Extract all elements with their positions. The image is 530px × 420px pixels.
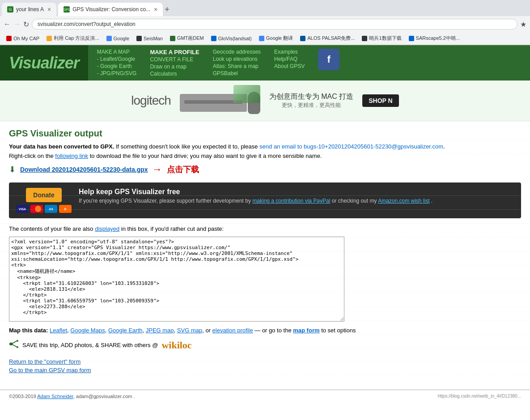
discover-icon: D	[59, 205, 72, 213]
go-main-form-link[interactable]: Go to the main GPSV map form	[9, 367, 521, 373]
back-button[interactable]: ←	[4, 20, 11, 28]
map-google-earth[interactable]: Google Earth	[108, 327, 143, 334]
mastercard-icon	[30, 205, 43, 213]
site-footer: ©2003-2019 Adam Schneider, adam@gpsvisua…	[0, 390, 530, 403]
following-link[interactable]: following link	[55, 153, 88, 159]
download-row: ⬇ Download 20201204205601-52230-data.gpx…	[9, 164, 521, 175]
nav-geocode-title[interactable]: Geocode addresses	[213, 49, 261, 55]
ad-tagline-sub: 更快，更精准，更高性能	[269, 102, 353, 109]
bookmark-favicon-8	[300, 36, 305, 41]
nav-convert-file[interactable]: CONVERT A FILE	[150, 56, 199, 63]
forward-button[interactable]: →	[13, 20, 21, 28]
displayed-link[interactable]: displayed	[95, 225, 119, 232]
donate-text-end: .	[431, 198, 432, 204]
bookmark-translate[interactable]: Google 翻译	[256, 34, 296, 42]
nav-geocode: Geocode addresses Look up elevations Atl…	[213, 49, 261, 76]
tab-inactive[interactable]: G your lines A ×	[2, 3, 56, 16]
bookmark-cap[interactable]: 利用 Cap 方法反演...	[44, 34, 102, 42]
conversion-text: If something doesn't look like you expec…	[116, 143, 258, 150]
bookmark-alos[interactable]: ALOS PALSAR免费...	[297, 34, 357, 42]
red-arrow: →	[153, 164, 162, 175]
wikiloc-row: SAVE this trip, ADD photos, & SHARE with…	[9, 339, 521, 351]
payment-icons: VISA AX D	[16, 205, 72, 213]
xml-textarea[interactable]: <?xml version="1.0" encoding="utf-8" sta…	[9, 237, 344, 322]
donate-left: Donate VISA AX D	[16, 188, 72, 213]
map-jpeg[interactable]: JPEG map	[146, 327, 174, 334]
address-bar-row: ← → ↻ ★	[0, 16, 530, 32]
map-elevation[interactable]: elevation profile	[212, 327, 253, 334]
download-link[interactable]: Download 20201204205601-52230-data.gpx	[20, 166, 148, 173]
donate-text-start: If you're enjoying GPS Visualizer, pleas…	[79, 198, 252, 204]
amex-icon: AX	[45, 205, 57, 213]
ad-logo: logitech	[131, 93, 171, 108]
address-bar-input[interactable]	[32, 19, 517, 30]
bookmark-oh-my-cap[interactable]: Oh My CAP	[4, 35, 42, 42]
visa-icon: VISA	[16, 205, 29, 213]
site-nav: MAKE A MAP - Leaflet/Google - Google Ear…	[88, 45, 530, 81]
tab-close-active[interactable]: ×	[154, 6, 157, 13]
footer-author-link[interactable]: Adam Schneider	[37, 394, 73, 399]
nav-gpsbabel[interactable]: GPSBabel	[213, 70, 261, 76]
paypal-link[interactable]: making a contribution via PayPal	[252, 198, 330, 204]
nav-facebook[interactable]: f	[318, 49, 339, 70]
browser-chrome: G your lines A × GPS GPS Visualizer: Con…	[0, 0, 530, 45]
map-svg[interactable]: SVG map	[177, 327, 202, 334]
svg-point-4	[17, 346, 18, 348]
logo-text: Visualizer	[9, 54, 79, 72]
reload-button[interactable]: ↻	[23, 20, 29, 29]
display-description: The contents of your file are also displ…	[9, 225, 521, 232]
display-text-start: The contents of your file are also	[9, 225, 93, 232]
nav-leaflet[interactable]: - Leaflet/Google	[97, 56, 137, 62]
nav-google-earth[interactable]: - Google Earth	[97, 63, 137, 69]
bookmark-glovis[interactable]: GloVis(landsat)	[208, 35, 254, 42]
site-header: Visualizer MAKE A MAP - Leaflet/Google -…	[0, 45, 530, 81]
bookmark-favicon-9	[362, 36, 367, 41]
nav-look-up[interactable]: Look up elevations	[213, 56, 261, 62]
click-annotation: 点击下载	[167, 164, 199, 175]
tab-active[interactable]: GPS GPS Visualizer: Conversion co... ×	[58, 3, 163, 16]
conversion-bold: Your data has been converted to GPX.	[9, 143, 114, 150]
footer-copyright: ©2003-2019	[9, 394, 36, 399]
map-data-label: Map this data:	[9, 327, 48, 334]
tab-favicon-active: GPS	[64, 6, 70, 13]
bookmark-favicon-10	[409, 36, 414, 41]
tab-close[interactable]: ×	[47, 6, 51, 13]
page-title: GPS Visualizer output	[9, 128, 521, 139]
bookmark-seisman[interactable]: SeisMan	[134, 35, 165, 42]
nav-examples: Examples Help/FAQ About GPSV	[274, 49, 305, 69]
donate-button[interactable]: Donate	[26, 188, 61, 202]
map-form-link[interactable]: map form	[293, 327, 319, 334]
tab-bar: G your lines A × GPS GPS Visualizer: Con…	[0, 0, 530, 16]
ad-banner: logitech 为创意而生专为 MAC 打造 更快，更精准，更高性能 SHOP…	[0, 81, 530, 121]
bookmark-google[interactable]: Google	[104, 35, 132, 42]
map-google-maps[interactable]: Google Maps	[70, 327, 105, 334]
map-data-end: — or go to the	[254, 327, 291, 334]
nav-help-faq[interactable]: Help/FAQ	[274, 56, 305, 62]
nav-calculators[interactable]: Calculators	[150, 71, 199, 77]
facebook-button[interactable]: f	[318, 49, 339, 70]
nav-jpg-png[interactable]: - JPG/PNG/SVG	[97, 70, 137, 76]
nav-make-profile-title[interactable]: MAKE A PROFILE	[150, 49, 199, 55]
amazon-link[interactable]: Amazon.com wish list	[378, 198, 429, 204]
bookmark-gmt[interactable]: GMT画DEM	[167, 34, 207, 42]
new-tab-button[interactable]: +	[165, 5, 170, 14]
map-form-end: to set options	[321, 327, 356, 334]
nav-examples-title[interactable]: Examples	[274, 49, 305, 55]
email-link[interactable]: send an email to bugs-10+20201204205601-…	[259, 143, 443, 150]
map-leaflet[interactable]: Leaflet	[50, 327, 67, 334]
return-convert-link[interactable]: Return to the "convert" form	[9, 358, 521, 365]
star-button[interactable]: ★	[520, 20, 526, 29]
bookmark-sarscape[interactable]: SARscape5.2中哨...	[406, 34, 462, 42]
bookmark-sentinel[interactable]: 哨兵1数据下载	[359, 34, 404, 42]
footer-email: adam@gpsvisualizer.com .	[76, 394, 135, 399]
nav-atlas[interactable]: Atlas: Share a map	[213, 63, 261, 69]
nav-make-a-map-title[interactable]: MAKE A MAP	[97, 49, 137, 55]
nav-draw-map[interactable]: Draw on a map	[150, 64, 199, 70]
site-logo: Visualizer	[0, 45, 88, 81]
ad-shop-button[interactable]: SHOP N	[362, 94, 399, 107]
bookmark-favicon	[6, 36, 12, 41]
footer-left: ©2003-2019 Adam Schneider, adam@gpsvisua…	[9, 394, 135, 399]
nav-about[interactable]: About GPSV	[274, 63, 305, 69]
svg-line-2	[13, 345, 17, 347]
conversion-message: Your data has been converted to GPX. If …	[9, 143, 521, 150]
